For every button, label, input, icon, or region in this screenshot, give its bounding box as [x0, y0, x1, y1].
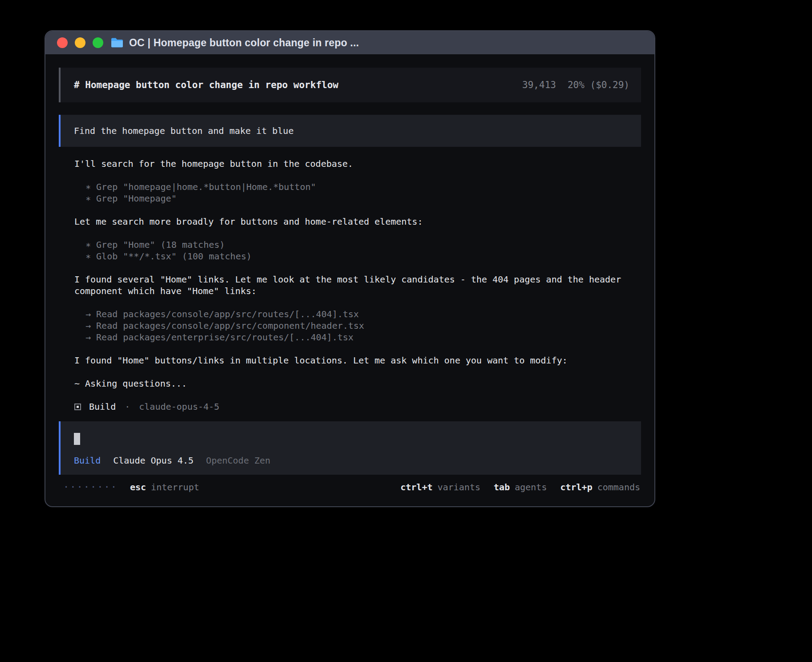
minimize-button[interactable] [75, 37, 85, 48]
folder-icon [110, 37, 124, 48]
input-model[interactable]: Claude Opus 4.5 [113, 455, 194, 466]
status-bar-right: ctrl+t variants tab agents ctrl+p comman… [400, 482, 640, 492]
shortcut-key: tab [494, 482, 510, 492]
tool-call-grep: ∗ Grep "homepage|home.*button|Home.*butt… [74, 181, 625, 193]
square-dot-icon [74, 404, 81, 410]
input-meta: Build Claude Opus 4.5 OpenCode Zen [74, 455, 628, 466]
session-stats: 39,413 20% ($0.29) [522, 80, 629, 90]
window-controls [57, 37, 103, 48]
shortcut-label: commands [597, 482, 640, 492]
close-button[interactable] [57, 37, 68, 48]
shortcut-label: interrupt [151, 482, 199, 492]
assistant-transcript: I'll search for the homepage button in t… [59, 158, 641, 412]
terminal-window: OC | Homepage button color change in rep… [45, 30, 655, 507]
assistant-text: Let me search more broadly for buttons a… [74, 216, 625, 227]
agent-row: Build · claude-opus-4-5 [74, 401, 625, 412]
shortcut-label: agents [515, 482, 547, 492]
tool-call-grep: ∗ Grep "Homepage" [74, 193, 625, 204]
shortcut-commands: ctrl+p commands [560, 482, 640, 492]
agent-name: Build [89, 401, 116, 412]
terminal-content: # Homepage button color change in repo w… [45, 54, 654, 506]
user-message-text: Find the homepage button and make it blu… [74, 125, 294, 136]
shortcut-label: variants [438, 482, 480, 492]
shortcut-key: ctrl+t [400, 482, 432, 492]
agent-separator: · [125, 401, 130, 412]
text-cursor [74, 433, 80, 445]
tool-call-read: → Read packages/console/app/src/routes/[… [74, 308, 625, 320]
status-bar: ········ esc interrupt ctrl+t variants t… [59, 482, 641, 492]
input-provider: OpenCode Zen [206, 455, 271, 466]
session-title: # Homepage button color change in repo w… [74, 80, 338, 90]
assistant-status: ~ Asking questions... [74, 378, 625, 389]
token-count: 39,413 [522, 80, 556, 90]
shortcut-variants: ctrl+t variants [400, 482, 480, 492]
assistant-text: I found "Home" buttons/links in multiple… [74, 355, 625, 366]
prompt-input[interactable]: Build Claude Opus 4.5 OpenCode Zen [59, 421, 641, 475]
status-bar-left: ········ esc interrupt [63, 482, 199, 492]
shortcut-agents: tab agents [494, 482, 547, 492]
input-mode[interactable]: Build [74, 455, 101, 466]
zoom-button[interactable] [93, 37, 103, 48]
shortcut-key: ctrl+p [560, 482, 592, 492]
session-header: # Homepage button color change in repo w… [59, 68, 641, 102]
tool-call-glob: ∗ Glob "**/*.tsx" (100 matches) [74, 250, 625, 262]
context-usage: 20% ($0.29) [568, 80, 629, 90]
shortcut-esc: esc interrupt [130, 482, 199, 492]
tool-call-read: → Read packages/console/app/src/componen… [74, 320, 625, 331]
window-title: OC | Homepage button color change in rep… [129, 37, 359, 49]
shortcut-key: esc [130, 482, 146, 492]
agent-model: claude-opus-4-5 [139, 401, 219, 412]
assistant-text: I'll search for the homepage button in t… [74, 158, 625, 170]
spinner-dots: ········ [63, 483, 118, 492]
tool-call-grep: ∗ Grep "Home" (18 matches) [74, 239, 625, 250]
assistant-text: I found several "Home" links. Let me loo… [74, 274, 625, 297]
tool-call-read: → Read packages/enterprise/src/routes/[.… [74, 331, 625, 343]
titlebar[interactable]: OC | Homepage button color change in rep… [45, 31, 654, 54]
user-message: Find the homepage button and make it blu… [59, 115, 641, 147]
